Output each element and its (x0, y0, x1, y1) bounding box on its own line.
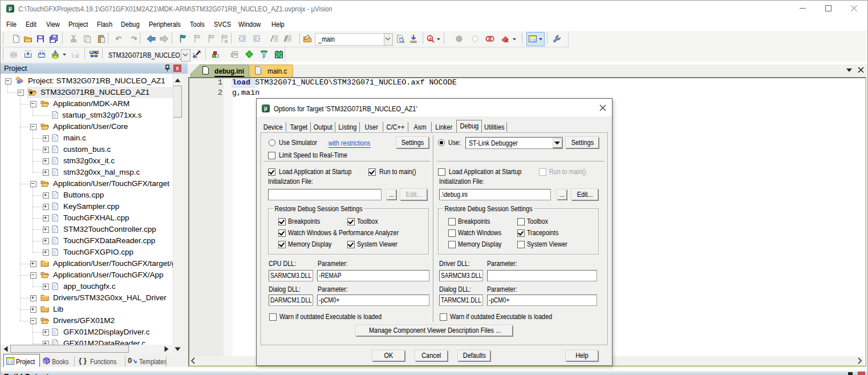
svg-text:d: d (428, 36, 431, 42)
svg-text:?: ? (46, 360, 48, 365)
svg-text:LOAD: LOAD (90, 50, 99, 54)
